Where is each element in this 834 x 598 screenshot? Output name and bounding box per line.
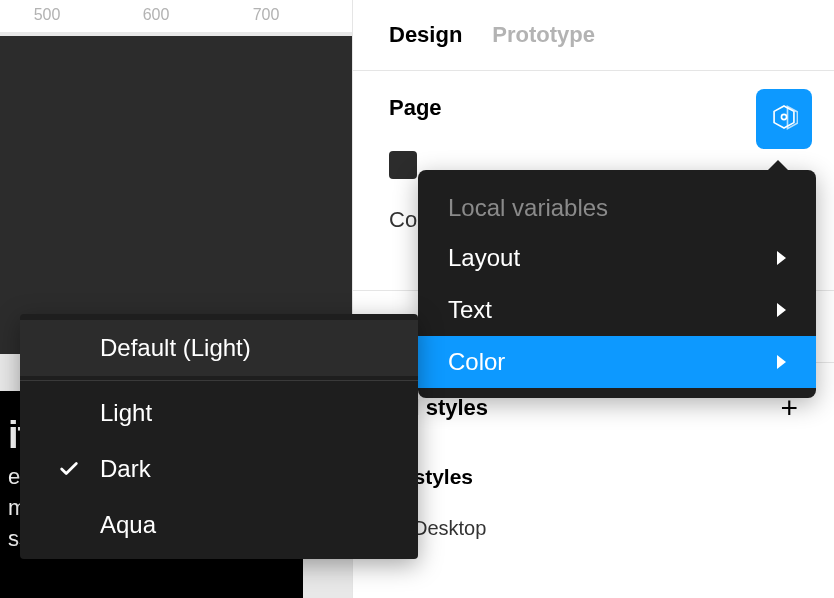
tab-design[interactable]: Design <box>389 22 462 48</box>
menu-divider <box>20 380 418 381</box>
ruler: 500 600 700 <box>0 0 352 32</box>
canvas-frame[interactable] <box>0 36 352 354</box>
ruler-tick: 500 <box>34 6 61 24</box>
style-group-item[interactable]: Desktop <box>389 517 798 540</box>
variables-menu-item-text[interactable]: Text <box>418 284 816 336</box>
hexagon-icon <box>770 103 798 135</box>
menu-item-label: Layout <box>448 244 520 272</box>
variables-menu: Local variables Layout Text Color <box>418 170 816 398</box>
submenu-arrow-icon <box>777 355 786 369</box>
variables-menu-item-color[interactable]: Color <box>418 336 816 388</box>
menu-item-label: Color <box>448 348 505 376</box>
menu-item-label: Text <box>448 296 492 324</box>
mode-item-label: Light <box>100 399 152 426</box>
variables-button[interactable] <box>756 89 812 149</box>
submenu-arrow-icon <box>777 303 786 317</box>
mode-item-label: Aqua <box>100 511 156 538</box>
page-section-title: Page <box>389 95 442 121</box>
mode-item-label: Dark <box>100 455 151 482</box>
svg-point-1 <box>781 114 786 119</box>
text-styles-header: xt styles <box>389 465 798 489</box>
mode-item-aqua[interactable]: Aqua <box>20 497 418 553</box>
ruler-tick: 600 <box>143 6 170 24</box>
mode-item-label: Default (Light) <box>100 334 251 361</box>
color-swatch[interactable] <box>389 151 417 179</box>
submenu-arrow-icon <box>777 251 786 265</box>
mode-item-light[interactable]: Light <box>20 385 418 441</box>
tab-prototype[interactable]: Prototype <box>492 22 595 48</box>
check-icon <box>58 458 80 480</box>
mode-item-default[interactable]: Default (Light) <box>20 320 418 376</box>
panel-tabs: Design Prototype <box>353 0 834 71</box>
mode-item-dark[interactable]: Dark <box>20 441 418 497</box>
ruler-tick: 700 <box>253 6 280 24</box>
style-group-label: Desktop <box>413 517 486 540</box>
color-modes-menu: Default (Light) Light Dark Aqua <box>20 314 418 559</box>
variables-menu-item-layout[interactable]: Layout <box>418 232 816 284</box>
variables-menu-header: Local variables <box>418 180 816 232</box>
